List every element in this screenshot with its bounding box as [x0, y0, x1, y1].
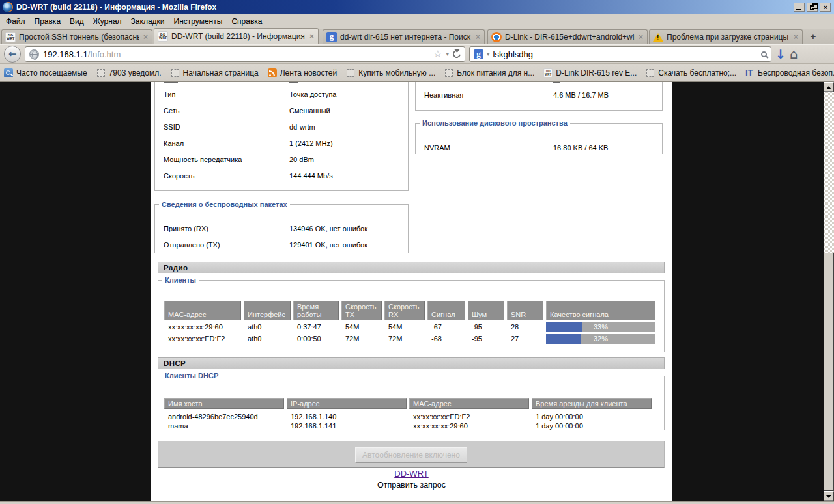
column-header: SNR [507, 301, 543, 320]
bookmark-label: Блок питания для н... [457, 68, 534, 77]
dhcp-clients-table: Имя хоста IP-адрес MAC-адрес Время аренд… [164, 398, 652, 430]
ddwrt-favicon [158, 31, 168, 42]
bookmark-star-icon[interactable]: ☆ [433, 48, 442, 60]
tab-google-search[interactable]: dd-wrt dir-615 нет интернета - Поиск в..… [323, 29, 485, 44]
ddwrt-link[interactable]: DD-WRT [394, 469, 428, 479]
cell-rx-rate: 54M [384, 320, 425, 332]
google-search-icon [474, 49, 483, 59]
menu-view[interactable]: Вид [65, 16, 89, 27]
url-bar[interactable]: 192.168.1.1/Info.htm ☆ ▾ [25, 46, 465, 62]
field-value: Точка доступа [289, 91, 336, 98]
column-header: MAC-адрес [409, 398, 529, 409]
url-host: 192.168.1.1 [43, 49, 88, 59]
menu-file[interactable]: Файл [1, 16, 30, 27]
bookmark-dlink-dir615[interactable]: D-Link DIR-615 rev E... [543, 68, 637, 77]
bookmark-item[interactable]: Скачать бесплатно;... [646, 68, 736, 77]
tab-close-icon[interactable]: × [793, 33, 799, 42]
scroll-up-button[interactable] [824, 82, 834, 92]
scroll-down-button[interactable] [824, 491, 834, 501]
back-button[interactable]: ← [4, 46, 21, 63]
tab-close-icon[interactable]: × [143, 33, 149, 42]
cell-lease-time: 1 day 00:00:00 [532, 409, 652, 421]
bookmark-item[interactable]: 7903 уведомл. [96, 68, 162, 77]
bookmark-item[interactable]: Купить мобильную ... [346, 68, 435, 77]
restore-icon [810, 5, 814, 10]
tab-ssh-tunnel[interactable]: Простой SSH тоннель (безопасный сер... × [1, 29, 152, 44]
cell-mac: xx:xx:xx:xx:ED:F2 [409, 409, 529, 421]
new-tab-button[interactable]: + [805, 30, 821, 43]
cell-signal: -67 [427, 320, 465, 332]
cell-snr: 28 [507, 320, 543, 332]
bookmark-most-visited[interactable]: Часто посещаемые [4, 68, 87, 77]
ddwrt-favicon [5, 32, 16, 42]
arrow-down-icon [826, 495, 831, 498]
tab-label: DD-WRT (build 22118) - Информация [171, 32, 306, 41]
bookmark-news-feed[interactable]: Лента новостей [268, 68, 338, 77]
default-favicon-icon [171, 69, 179, 77]
urlbar-dropdown-icon[interactable]: ▾ [446, 51, 449, 57]
memory-panel: Неактивная 4.6 MB / 16.7 MB [415, 82, 663, 111]
bookmark-label: Начальная страница [183, 68, 259, 77]
vertical-scrollbar[interactable] [824, 82, 834, 501]
home-icon[interactable]: ⌂ [790, 48, 798, 61]
reload-icon[interactable] [452, 49, 463, 60]
menu-bookmarks[interactable]: Закладки [126, 16, 169, 27]
tab-close-icon[interactable]: × [309, 32, 315, 41]
url-text[interactable]: 192.168.1.1/Info.htm [43, 49, 429, 59]
site-globe-icon [29, 49, 39, 59]
menu-help[interactable]: Справка [227, 16, 266, 27]
footer-button-bar: Автообновление включено [158, 441, 665, 468]
default-favicon-icon [646, 69, 654, 77]
send-request-text[interactable]: Отправить запрос [151, 481, 672, 490]
clipped-text-remnant [164, 82, 178, 83]
clipped-text-remnant [289, 82, 298, 83]
tab-close-icon[interactable]: × [638, 33, 644, 42]
field-label: Тип [164, 91, 175, 98]
field-label: Отправлено (TX) [164, 241, 220, 249]
bookmark-item[interactable]: Начальная страница [171, 68, 259, 77]
default-favicon-icon [347, 69, 354, 77]
cell-ip: 192.168.1.140 [287, 409, 407, 421]
clipped-text-remnant [553, 82, 560, 83]
search-input[interactable]: lskghlsdhg [493, 49, 758, 59]
close-button[interactable]: × [820, 3, 831, 12]
search-icon[interactable] [761, 51, 767, 57]
auto-refresh-button[interactable]: Автообновление включено [355, 447, 467, 463]
column-header: IP-адрес [287, 398, 407, 409]
it-site-icon [745, 68, 755, 77]
signal-quality-bar: 33% [546, 322, 655, 332]
search-bar[interactable]: ▾ lskghlsdhg [469, 46, 771, 62]
wireless-packets-legend: Сведения о беспроводных пакетах [159, 201, 290, 208]
tab-bar: Простой SSH тоннель (безопасный сер... ×… [0, 29, 834, 44]
signal-quality-value: 32% [546, 335, 655, 343]
tab-ddwrt-info-active[interactable]: DD-WRT (build 22118) - Информация × [154, 28, 319, 44]
menu-edit[interactable]: Правка [30, 16, 66, 27]
minimize-button[interactable] [794, 3, 805, 12]
column-header: Качество сигнала [546, 301, 655, 320]
column-header: Время работы [293, 301, 339, 320]
cell-tx-rate: 54M [341, 320, 382, 332]
wireless-status-panel: Тип Точка доступа Сеть Смешанный SSID dd… [154, 82, 409, 191]
table-row: mama 192.168.1.141 xx:xx:xx:xx:29:60 1 d… [164, 421, 652, 430]
tab-label: Простой SSH тоннель (безопасный сер... [19, 33, 139, 42]
restore-button[interactable] [807, 3, 818, 12]
bookmark-item[interactable]: Блок питания для н... [444, 68, 534, 77]
menu-tools[interactable]: Инструменты [169, 16, 227, 27]
tab-dlink-forum[interactable]: D-Link - DIR-615e+ddwrt+android+winx... … [487, 29, 648, 44]
tab-load-problem[interactable]: Проблема при загрузке страницы × [649, 29, 803, 44]
field-value: 129401 OK, нет ошибок [289, 241, 367, 249]
bookmark-label: Беспроводная безоп... [758, 68, 834, 77]
tab-label: dd-wrt dir-615 нет интернета - Поиск в..… [340, 33, 472, 42]
search-engine-dropdown-icon[interactable]: ▾ [487, 51, 490, 57]
bookmark-label: D-Link DIR-615 rev E... [556, 68, 637, 77]
cell-uptime: 0:00:50 [293, 332, 339, 344]
bookmark-wireless-security[interactable]: Беспроводная безоп... [745, 68, 834, 77]
field-label: Мощность передатчика [164, 156, 242, 163]
tab-close-icon[interactable]: × [475, 33, 481, 42]
warning-icon [653, 33, 663, 42]
downloads-icon[interactable]: ↓ [775, 48, 786, 61]
menu-history[interactable]: Журнал [89, 16, 126, 27]
navigation-bar: ← 192.168.1.1/Info.htm ☆ ▾ ▾ lskghlsdhg … [0, 44, 834, 64]
scrollbar-thumb[interactable] [824, 253, 834, 491]
page-footer: DD-WRT Отправить запрос [151, 468, 672, 490]
